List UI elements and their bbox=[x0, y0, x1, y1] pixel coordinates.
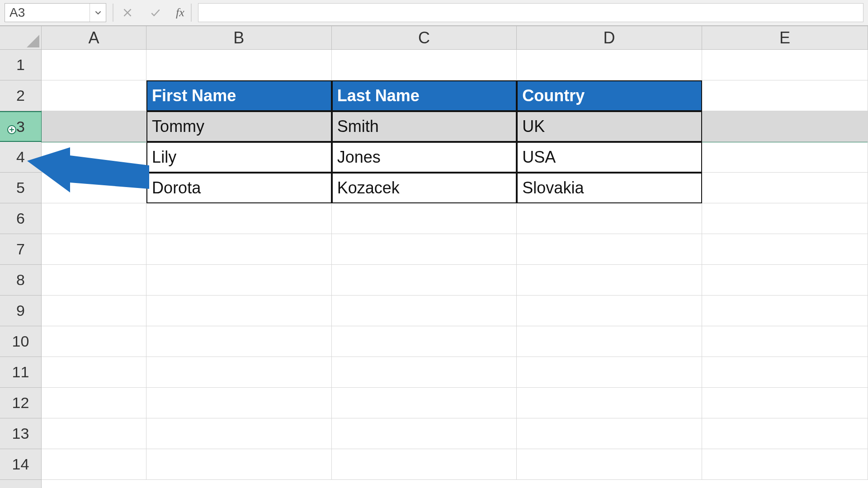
cell-D4[interactable]: USA bbox=[517, 142, 702, 173]
cell-D1[interactable] bbox=[517, 50, 702, 80]
cell-E4[interactable] bbox=[702, 142, 868, 173]
cell-E2[interactable] bbox=[702, 80, 868, 111]
row-header-1[interactable]: 1 bbox=[0, 50, 41, 80]
row-header-13[interactable]: 13 bbox=[0, 418, 41, 449]
cell-A4[interactable] bbox=[42, 142, 146, 173]
cell-C11[interactable] bbox=[332, 357, 517, 388]
row-header-2[interactable]: 2 bbox=[0, 80, 41, 111]
cell-D2[interactable]: Country bbox=[517, 80, 702, 111]
row-header-3[interactable]: 3 bbox=[0, 111, 41, 142]
cell-E14[interactable] bbox=[702, 449, 868, 480]
cell-E11[interactable] bbox=[702, 357, 868, 388]
cell-B14[interactable] bbox=[146, 449, 332, 480]
column-header-C[interactable]: C bbox=[332, 26, 517, 49]
cell-C7[interactable] bbox=[332, 234, 517, 265]
cell-grid[interactable]: First NameLast NameCountryTommySmithUKLi… bbox=[42, 50, 868, 488]
cell-E8[interactable] bbox=[702, 265, 868, 296]
cell-C4[interactable]: Jones bbox=[332, 142, 517, 173]
cell-C9[interactable] bbox=[332, 296, 517, 326]
cell-A9[interactable] bbox=[42, 296, 146, 326]
row-header-14[interactable]: 14 bbox=[0, 449, 41, 480]
row-header-7[interactable]: 7 bbox=[0, 234, 41, 265]
cell-C14[interactable] bbox=[332, 449, 517, 480]
cell-E7[interactable] bbox=[702, 234, 868, 265]
cell-B6[interactable] bbox=[146, 203, 332, 234]
column-header-B[interactable]: B bbox=[146, 26, 332, 49]
cell-B10[interactable] bbox=[146, 326, 332, 357]
cell-D3[interactable]: UK bbox=[517, 111, 702, 142]
cell-E3[interactable] bbox=[702, 111, 868, 142]
enter-icon[interactable] bbox=[148, 5, 163, 20]
row-header-8[interactable]: 8 bbox=[0, 265, 41, 296]
cell-D5[interactable]: Slovakia bbox=[517, 173, 702, 203]
cell-C3[interactable]: Smith bbox=[332, 111, 517, 142]
cell-A5[interactable] bbox=[42, 173, 146, 203]
cell-A8[interactable] bbox=[42, 265, 146, 296]
cell-A6[interactable] bbox=[42, 203, 146, 234]
name-box-value[interactable]: A3 bbox=[5, 4, 90, 22]
select-all-corner[interactable] bbox=[0, 26, 42, 50]
cell-E10[interactable] bbox=[702, 326, 868, 357]
row-header-6[interactable]: 6 bbox=[0, 203, 41, 234]
cell-B3[interactable]: Tommy bbox=[146, 111, 332, 142]
name-box-dropdown[interactable] bbox=[90, 4, 106, 22]
cell-D11[interactable] bbox=[517, 357, 702, 388]
grid-row bbox=[42, 449, 868, 480]
cell-A2[interactable] bbox=[42, 80, 146, 111]
cell-A1[interactable] bbox=[42, 50, 146, 80]
cell-C2[interactable]: Last Name bbox=[332, 80, 517, 111]
row-header-12[interactable]: 12 bbox=[0, 388, 41, 418]
column-header-E[interactable]: E bbox=[702, 26, 868, 49]
cell-E13[interactable] bbox=[702, 418, 868, 449]
cell-B4[interactable]: Lily bbox=[146, 142, 332, 173]
cell-B5[interactable]: Dorota bbox=[146, 173, 332, 203]
cell-B12[interactable] bbox=[146, 388, 332, 418]
row-header-10[interactable]: 10 bbox=[0, 326, 41, 357]
cell-A13[interactable] bbox=[42, 418, 146, 449]
cell-A12[interactable] bbox=[42, 388, 146, 418]
cell-B11[interactable] bbox=[146, 357, 332, 388]
grid-row: DorotaKozacekSlovakia bbox=[42, 173, 868, 203]
cell-B7[interactable] bbox=[146, 234, 332, 265]
cell-D13[interactable] bbox=[517, 418, 702, 449]
column-header-A[interactable]: A bbox=[42, 26, 146, 49]
cell-D14[interactable] bbox=[517, 449, 702, 480]
cell-A11[interactable] bbox=[42, 357, 146, 388]
row-header-5[interactable]: 5 bbox=[0, 173, 41, 203]
cell-B2[interactable]: First Name bbox=[146, 80, 332, 111]
cell-E6[interactable] bbox=[702, 203, 868, 234]
column-header-D[interactable]: D bbox=[517, 26, 702, 49]
row-header-11[interactable]: 11 bbox=[0, 357, 41, 388]
cell-C8[interactable] bbox=[332, 265, 517, 296]
cell-A14[interactable] bbox=[42, 449, 146, 480]
cell-A10[interactable] bbox=[42, 326, 146, 357]
formula-input[interactable] bbox=[198, 3, 863, 22]
cell-B9[interactable] bbox=[146, 296, 332, 326]
cell-D7[interactable] bbox=[517, 234, 702, 265]
cell-B8[interactable] bbox=[146, 265, 332, 296]
cell-E1[interactable] bbox=[702, 50, 868, 80]
cell-D9[interactable] bbox=[517, 296, 702, 326]
cell-D8[interactable] bbox=[517, 265, 702, 296]
cell-D10[interactable] bbox=[517, 326, 702, 357]
cell-B13[interactable] bbox=[146, 418, 332, 449]
cell-C6[interactable] bbox=[332, 203, 517, 234]
name-box[interactable]: A3 bbox=[5, 3, 106, 22]
cell-A3[interactable] bbox=[42, 111, 146, 142]
fx-icon[interactable]: fx bbox=[176, 6, 184, 19]
row-header-4[interactable]: 4 bbox=[0, 142, 41, 173]
cell-E5[interactable] bbox=[702, 173, 868, 203]
cell-D6[interactable] bbox=[517, 203, 702, 234]
cell-C5[interactable]: Kozacek bbox=[332, 173, 517, 203]
cell-E9[interactable] bbox=[702, 296, 868, 326]
cell-B1[interactable] bbox=[146, 50, 332, 80]
cancel-icon[interactable] bbox=[120, 5, 135, 20]
cell-E12[interactable] bbox=[702, 388, 868, 418]
cell-D12[interactable] bbox=[517, 388, 702, 418]
cell-C12[interactable] bbox=[332, 388, 517, 418]
row-header-9[interactable]: 9 bbox=[0, 296, 41, 326]
cell-C10[interactable] bbox=[332, 326, 517, 357]
cell-C13[interactable] bbox=[332, 418, 517, 449]
cell-A7[interactable] bbox=[42, 234, 146, 265]
cell-C1[interactable] bbox=[332, 50, 517, 80]
